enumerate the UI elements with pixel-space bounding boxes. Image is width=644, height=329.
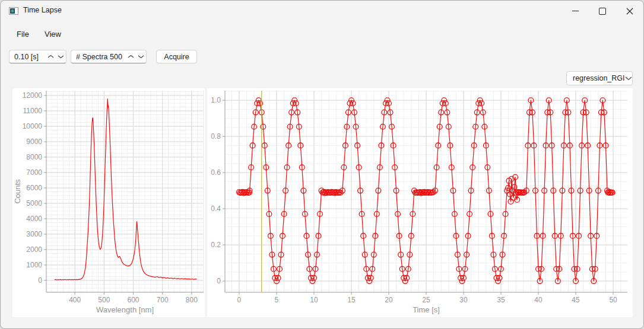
chevron-down-icon <box>625 76 632 81</box>
maximize-button[interactable] <box>589 1 616 21</box>
minimize-button[interactable] <box>561 1 589 21</box>
x-tick-label: 25 <box>422 296 430 304</box>
x-tick-label: 50 <box>609 296 617 304</box>
y-tick-label: 3000 <box>26 230 42 238</box>
x-tick-label: 700 <box>157 296 169 304</box>
chevron-up-icon <box>47 55 54 59</box>
spectrum-chart-svg[interactable]: 4005006007008000100020003000400050006000… <box>12 88 205 317</box>
y-tick-label: 1.0 <box>211 96 221 104</box>
maximize-icon <box>599 8 606 15</box>
y-tick-label: 12000 <box>23 91 43 100</box>
x-tick-label: 15 <box>347 296 356 304</box>
app-icon <box>9 7 18 15</box>
spectra-increment-button[interactable] <box>126 50 136 63</box>
y-axis-label: Counts <box>13 179 22 204</box>
x-tick-label: 400 <box>69 296 81 304</box>
y-tick-label: 1000 <box>26 261 42 269</box>
exposure-increment-button[interactable] <box>46 50 56 63</box>
grid <box>46 91 204 292</box>
x-axis-label: Time [s] <box>413 305 440 314</box>
x-tick-label: 45 <box>572 296 580 304</box>
y-tick-label: 0 <box>38 276 42 285</box>
x-tick-label: 800 <box>186 296 198 304</box>
minimize-icon <box>572 11 579 11</box>
menu-view[interactable]: View <box>37 27 69 43</box>
menubar: File View <box>9 27 69 43</box>
y-tick-label: 10000 <box>23 122 43 130</box>
exposure-spinbox[interactable]: 0.10 [s] <box>9 50 66 63</box>
x-tick-label: 5 <box>275 296 279 304</box>
chevron-up-icon <box>128 55 134 59</box>
y-tick-label: 0 <box>217 277 221 285</box>
y-tick-label: 0.6 <box>211 168 221 177</box>
acquire-button[interactable]: Acquire <box>156 50 197 63</box>
y-tick-label: 8000 <box>26 153 42 161</box>
x-axis-label: Wavelength [nm] <box>96 305 154 314</box>
x-tick-label: 35 <box>497 296 505 304</box>
y-tick-label: 0.4 <box>211 205 221 213</box>
regression-chart-panel[interactable]: 0510152025303540455000.20.40.60.81.0Time… <box>207 88 633 317</box>
x-tick-label: 600 <box>127 296 139 304</box>
regression-chart-svg[interactable]: 0510152025303540455000.20.40.60.81.0Time… <box>207 88 633 317</box>
menu-file[interactable]: File <box>9 27 37 43</box>
toolbar: 0.10 [s] # Spectra 500 Acquire <box>1 50 643 64</box>
spectrum-chart-panel[interactable]: 4005006007008000100020003000400050006000… <box>12 88 205 317</box>
close-icon <box>626 8 633 15</box>
x-tick-label: 40 <box>534 296 543 304</box>
titlebar[interactable]: Time Lapse <box>1 1 643 22</box>
x-tick-label: 500 <box>98 296 110 304</box>
spectra-decrement-button[interactable] <box>136 50 146 63</box>
y-tick-label: 6000 <box>26 184 42 192</box>
exposure-value[interactable]: 0.10 [s] <box>9 53 46 61</box>
y-tick-label: 0.8 <box>211 132 221 140</box>
y-tick-label: 7000 <box>26 168 42 177</box>
close-button[interactable] <box>616 1 643 21</box>
regression-select[interactable]: regression_RGI <box>566 71 633 85</box>
y-tick-label: 4000 <box>26 215 42 223</box>
window-title: Time Lapse <box>23 6 62 14</box>
y-tick-label: 11000 <box>23 107 43 115</box>
y-tick-label: 2000 <box>26 245 42 254</box>
x-tick-label: 20 <box>385 296 393 304</box>
chevron-down-icon <box>58 55 64 59</box>
spectra-value[interactable]: # Spectra 500 <box>71 53 126 61</box>
x-tick-label: 0 <box>237 296 242 304</box>
x-tick-label: 10 <box>310 296 318 304</box>
spectra-spinbox[interactable]: # Spectra 500 <box>71 50 147 63</box>
y-tick-label: 0.2 <box>211 241 221 249</box>
x-tick-label: 30 <box>459 296 468 304</box>
exposure-decrement-button[interactable] <box>56 50 66 63</box>
app-window: Time Lapse File View 0.10 [s] <box>0 0 644 329</box>
regression-select-value[interactable]: regression_RGI <box>567 74 625 82</box>
y-tick-label: 5000 <box>26 199 42 207</box>
y-tick-label: 9000 <box>26 138 42 146</box>
chevron-down-icon <box>138 55 144 59</box>
